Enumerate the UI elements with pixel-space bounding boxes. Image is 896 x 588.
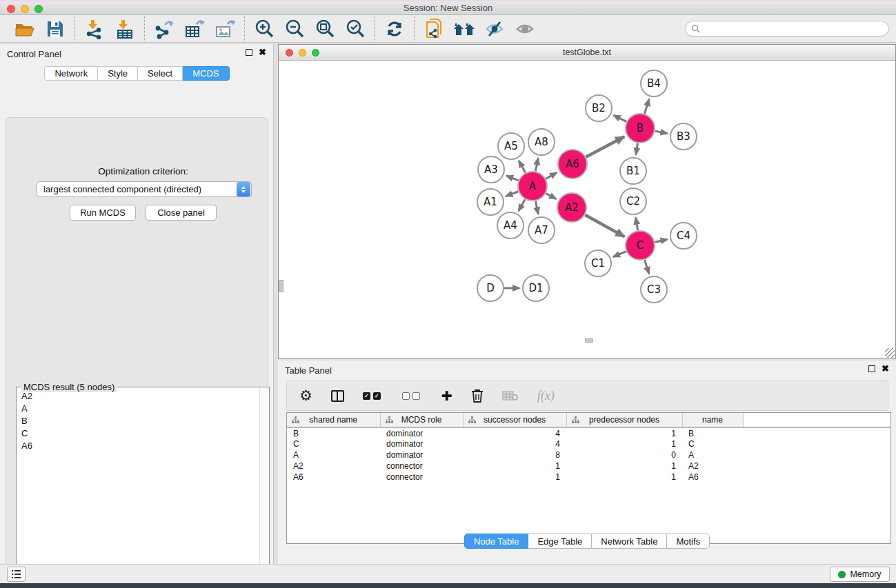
column-header-successor-nodes[interactable]: successor nodes xyxy=(463,413,566,427)
zoom-fit-icon[interactable] xyxy=(312,17,337,41)
result-scrollbar[interactable] xyxy=(259,387,269,588)
cyndex-home-icon[interactable] xyxy=(452,17,477,41)
cell-shared_name[interactable]: C xyxy=(287,438,380,449)
horizontal-scroll-thumb[interactable] xyxy=(585,338,593,343)
cell-predecessor_nodes[interactable]: 0 xyxy=(566,449,682,460)
table-settings-icon[interactable]: ⚙ xyxy=(299,389,312,403)
table-row[interactable]: A2connector11A2 xyxy=(287,460,890,472)
node-D[interactable]: D xyxy=(477,275,504,301)
edge-A-A6[interactable] xyxy=(546,173,557,179)
edge-A-A3[interactable] xyxy=(506,176,518,181)
edge-A-A2[interactable] xyxy=(546,194,556,199)
node-A2[interactable]: A2 xyxy=(557,193,586,222)
cell-predecessor_nodes[interactable]: 1 xyxy=(566,460,682,472)
cell-successor_nodes[interactable]: 1 xyxy=(463,460,566,472)
column-header-predecessor-nodes[interactable]: predecessor nodes xyxy=(566,413,682,427)
cell-mcds_role[interactable]: dominator xyxy=(380,427,463,438)
tab-style[interactable]: Style xyxy=(98,66,138,81)
node-A3[interactable]: A3 xyxy=(478,156,504,183)
table-row[interactable]: Bdominator41B xyxy=(287,427,890,438)
node-A8[interactable]: A8 xyxy=(528,129,555,155)
node-B[interactable]: B xyxy=(626,114,655,143)
edge-A6-B[interactable] xyxy=(586,136,624,157)
memory-button[interactable]: Memory xyxy=(830,567,890,582)
tab-network-table[interactable]: Network Table xyxy=(592,534,667,549)
network-window-titlebar[interactable]: testGlobe.txt xyxy=(279,45,895,61)
cell-shared_name[interactable]: A xyxy=(287,449,380,460)
node-A[interactable]: A xyxy=(518,172,547,201)
zoom-selected-icon[interactable] xyxy=(343,17,368,41)
resize-grip[interactable] xyxy=(885,348,895,358)
node-B1[interactable]: B1 xyxy=(620,158,646,184)
node-C3[interactable]: C3 xyxy=(641,276,667,303)
import-table-icon[interactable] xyxy=(112,17,137,41)
deselect-all-checkboxes-icon[interactable] xyxy=(402,392,423,400)
column-header-shared-name[interactable]: shared name xyxy=(287,413,380,427)
criterion-dropdown[interactable]: largest connected component (directed) xyxy=(37,181,252,197)
float-panel-icon[interactable] xyxy=(246,49,252,56)
table-row[interactable]: A6connector11A6 xyxy=(287,472,890,483)
edge-B-B2[interactable] xyxy=(614,115,627,121)
cell-predecessor_nodes[interactable]: 1 xyxy=(566,427,682,438)
show-all-icon[interactable] xyxy=(512,17,537,41)
clone-network-icon[interactable] xyxy=(421,17,446,41)
search-input[interactable] xyxy=(704,24,883,34)
edge-B-B1[interactable] xyxy=(636,143,638,155)
edge-C-C1[interactable] xyxy=(613,252,626,257)
edge-B-B3[interactable] xyxy=(655,131,668,133)
node-C2[interactable]: C2 xyxy=(620,188,646,214)
float-table-panel-icon[interactable] xyxy=(868,365,875,372)
add-column-icon[interactable]: ✚ xyxy=(441,389,452,403)
node-C4[interactable]: C4 xyxy=(670,223,697,249)
cell-successor_nodes[interactable]: 8 xyxy=(463,449,566,460)
column-header-name[interactable]: name xyxy=(682,413,743,427)
network-zoom-button[interactable] xyxy=(312,49,319,57)
node-C[interactable]: C xyxy=(626,231,655,260)
zoom-out-icon[interactable] xyxy=(282,17,307,41)
import-network-icon[interactable] xyxy=(82,17,107,41)
zoom-in-icon[interactable] xyxy=(252,17,277,41)
column-selector-icon[interactable] xyxy=(331,390,344,402)
cell-predecessor_nodes[interactable]: 1 xyxy=(566,472,682,483)
cell-successor_nodes[interactable]: 4 xyxy=(463,427,566,438)
node-A4[interactable]: A4 xyxy=(497,212,524,239)
edge-A2-C[interactable] xyxy=(585,215,624,237)
close-panel-icon[interactable]: ✖ xyxy=(259,49,266,56)
node-A7[interactable]: A7 xyxy=(528,217,555,243)
task-history-button[interactable] xyxy=(7,567,26,582)
node-B2[interactable]: B2 xyxy=(586,95,612,121)
cell-mcds_role[interactable]: connector xyxy=(380,472,463,483)
network-close-button[interactable] xyxy=(286,49,293,57)
run-mcds-button[interactable]: Run MCDS xyxy=(70,205,136,221)
vertical-scroll-thumb[interactable] xyxy=(279,280,283,292)
edge-A-A5[interactable] xyxy=(519,161,525,172)
close-table-panel-icon[interactable]: ✖ xyxy=(882,365,889,372)
node-C1[interactable]: C1 xyxy=(585,250,611,276)
minimize-window-button[interactable] xyxy=(21,5,29,13)
edge-A-A7[interactable] xyxy=(535,201,538,214)
function-builder-icon[interactable]: f(x) xyxy=(537,389,555,403)
tab-edge-table[interactable]: Edge Table xyxy=(528,534,592,549)
apply-layout-icon[interactable] xyxy=(382,17,407,41)
cell-mcds_role[interactable]: dominator xyxy=(380,438,463,449)
cell-name[interactable]: A6 xyxy=(682,472,743,483)
export-network-icon[interactable] xyxy=(152,17,177,41)
delete-columns-icon[interactable] xyxy=(471,389,484,403)
result-item[interactable]: A xyxy=(17,402,259,414)
edge-C-C2[interactable] xyxy=(636,218,638,231)
select-all-checkboxes-icon[interactable]: ✓✓ xyxy=(363,392,384,400)
table-row[interactable]: Cdominator41C xyxy=(287,438,890,449)
network-canvas[interactable]: B4B2BB3A5A8A6B1A3AA1C2A2A4A7C4CC1C3DD1 xyxy=(279,61,895,358)
cell-predecessor_nodes[interactable]: 1 xyxy=(566,438,682,449)
edge-A-A8[interactable] xyxy=(535,159,538,172)
tab-node-table[interactable]: Node Table xyxy=(464,534,529,549)
zoom-window-button[interactable] xyxy=(34,5,43,13)
result-item[interactable]: A2 xyxy=(17,389,259,402)
result-item[interactable]: A6 xyxy=(17,439,259,452)
tab-select[interactable]: Select xyxy=(138,66,183,81)
search-field[interactable] xyxy=(685,21,889,37)
edge-B-B4[interactable] xyxy=(644,99,648,114)
edge-C-C3[interactable] xyxy=(645,260,649,274)
tab-motifs[interactable]: Motifs xyxy=(667,534,710,549)
node-A1[interactable]: A1 xyxy=(477,189,504,215)
